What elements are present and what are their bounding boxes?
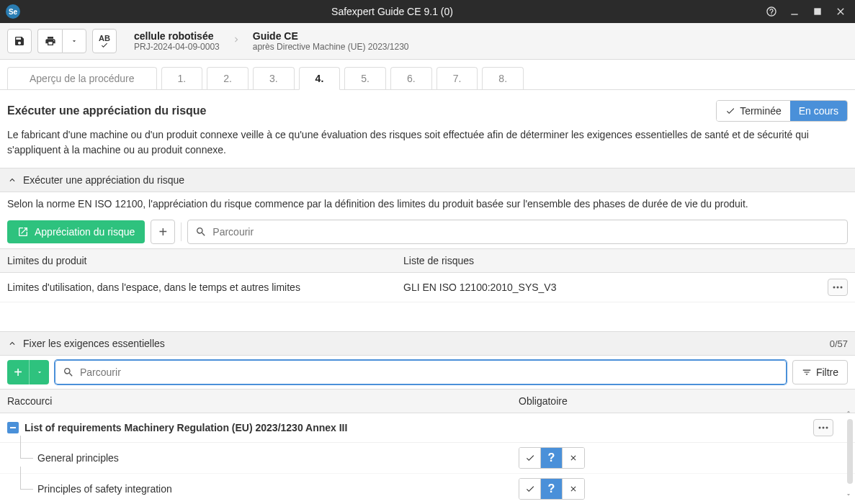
scrollbar-thumb[interactable] <box>847 419 853 484</box>
more-horizontal-icon <box>833 286 843 289</box>
chevron-right-icon <box>231 35 241 48</box>
add-requirement-dropdown[interactable] <box>29 360 49 384</box>
mandatory-no-button[interactable] <box>563 479 584 499</box>
breadcrumb-project[interactable]: cellule robotisée PRJ-2024-04-09-0003 <box>134 30 220 52</box>
svg-rect-1 <box>814 8 820 14</box>
panel-requirements-header[interactable]: Fixer les exigences essentielles 0/57 <box>0 331 855 356</box>
mandatory-toggle: ? <box>519 478 585 500</box>
requirement-label: General principles <box>37 452 519 464</box>
external-link-icon <box>17 226 29 238</box>
risk-assessment-label: Appréciation du risque <box>35 226 135 238</box>
cell-risklist: GLI EN ISO 12100:2010_SYS_V3 <box>403 282 805 293</box>
mandatory-toggle: ? <box>519 447 585 469</box>
filter-button[interactable]: Filtre <box>792 360 848 384</box>
step-title: Exécuter une appréciation du risque <box>7 104 207 117</box>
spellcheck-button[interactable]: AB <box>92 29 117 53</box>
print-dropdown[interactable] <box>62 29 86 53</box>
status-in-progress-button[interactable]: En cours <box>790 101 847 121</box>
risk-toolbar: Appréciation du risque + <box>0 215 855 248</box>
titlebar: Se Safexpert Guide CE 9.1 (0) <box>0 0 855 23</box>
mandatory-yes-button[interactable] <box>519 448 541 468</box>
check-icon <box>525 484 535 494</box>
requirements-search[interactable] <box>55 360 787 384</box>
breadcrumb-guide-sub: après Directive Machine (UE) 2023/1230 <box>253 42 409 52</box>
collapse-icon[interactable] <box>7 422 19 433</box>
close-icon[interactable] <box>832 3 849 20</box>
risk-table-row[interactable]: Limites d'utilisation, dans l'espace, da… <box>0 273 855 302</box>
ab-label: AB <box>99 35 110 42</box>
mandatory-no-button[interactable] <box>563 448 584 468</box>
breadcrumb: cellule robotisée PRJ-2024-04-09-0003 Gu… <box>134 30 409 52</box>
svg-point-4 <box>841 287 843 289</box>
risk-search-input[interactable] <box>212 226 840 238</box>
breadcrumb-project-title: cellule robotisée <box>134 30 220 42</box>
separator <box>181 222 182 241</box>
svg-point-3 <box>837 287 839 289</box>
add-requirement-button[interactable]: + <box>7 360 29 384</box>
tab-5[interactable]: 5. <box>344 67 386 89</box>
risk-assessment-button[interactable]: Appréciation du risque <box>7 220 145 243</box>
save-button[interactable] <box>7 29 32 53</box>
step-tabs: Aperçu de la procédure 1. 2. 3. 4. 5. 6.… <box>0 60 855 90</box>
col-mandatory-header[interactable]: Obligatoire <box>519 395 771 407</box>
add-risk-button[interactable]: + <box>151 220 175 244</box>
check-icon <box>525 453 535 463</box>
print-button[interactable] <box>37 29 62 53</box>
breadcrumb-guide[interactable]: Guide CE après Directive Machine (UE) 20… <box>253 30 409 52</box>
tab-4[interactable]: 4. <box>299 67 341 90</box>
row-actions-button[interactable] <box>828 279 848 296</box>
tab-8[interactable]: 8. <box>482 67 524 89</box>
mandatory-unknown-button[interactable]: ? <box>541 448 563 468</box>
requirements-group-row[interactable]: List of requirements Machinery Regulatio… <box>0 413 855 443</box>
panel-risk-header[interactable]: Exécuter une appréciation du risque <box>0 168 855 192</box>
tab-2[interactable]: 2. <box>207 67 249 89</box>
status-completed-label: Terminée <box>740 105 782 117</box>
step-description: Le fabricant d'une machine ou d'un produ… <box>0 127 855 168</box>
requirements-toolbar: + Filtre <box>0 356 855 389</box>
search-icon <box>63 366 74 378</box>
col-risklist-header[interactable]: Liste de risques <box>403 255 805 266</box>
svg-point-6 <box>819 427 821 429</box>
cell-limits: Limites d'utilisation, dans l'espace, da… <box>7 282 403 293</box>
help-icon[interactable] <box>763 3 780 20</box>
group-actions-button[interactable] <box>813 419 833 436</box>
x-icon <box>569 485 578 493</box>
tab-3[interactable]: 3. <box>253 67 295 89</box>
search-icon <box>195 226 207 238</box>
panel-risk-title: Exécuter une appréciation du risque <box>23 174 184 186</box>
tab-6[interactable]: 6. <box>390 67 432 89</box>
print-group <box>37 29 86 53</box>
risk-search[interactable] <box>187 220 848 244</box>
scroll-up-icon[interactable] <box>842 405 855 418</box>
step-header: Exécuter une appréciation du risque Term… <box>0 90 855 127</box>
svg-rect-5 <box>10 427 16 428</box>
tab-7[interactable]: 7. <box>437 67 478 89</box>
requirements-search-input[interactable] <box>80 366 779 378</box>
maximize-icon[interactable] <box>809 3 826 20</box>
col-limits-header[interactable]: Limites du produit <box>7 255 403 266</box>
col-shortcut-header[interactable]: Raccourci <box>7 395 519 407</box>
group-title: List of requirements Machinery Regulatio… <box>24 422 813 433</box>
filter-icon <box>802 367 812 377</box>
risk-table-header: Limites du produit Liste de risques <box>0 248 855 273</box>
window-title: Safexpert Guide CE 9.1 (0) <box>27 6 757 17</box>
app-icon: Se <box>6 4 20 19</box>
requirement-row[interactable]: Principles of safety integration ? <box>0 474 855 504</box>
mandatory-unknown-button[interactable]: ? <box>541 479 563 499</box>
status-completed-button[interactable]: Terminée <box>717 101 790 121</box>
scroll-down-icon[interactable] <box>842 488 855 501</box>
requirements-table-header: Raccourci Obligatoire <box>0 389 855 413</box>
requirement-label: Principles of safety integration <box>37 483 519 495</box>
x-icon <box>569 454 578 462</box>
mandatory-yes-button[interactable] <box>519 479 541 499</box>
breadcrumb-project-sub: PRJ-2024-04-09-0003 <box>134 42 220 52</box>
chevron-up-icon <box>7 338 17 348</box>
minimize-icon[interactable] <box>786 3 803 20</box>
tab-1[interactable]: 1. <box>161 67 203 89</box>
svg-rect-0 <box>791 14 797 14</box>
requirement-row[interactable]: General principles ? <box>0 443 855 474</box>
svg-point-8 <box>826 427 828 429</box>
tab-overview[interactable]: Aperçu de la procédure <box>7 67 157 89</box>
svg-point-2 <box>833 287 836 289</box>
panel-requirements-title: Fixer les exigences essentielles <box>23 338 165 349</box>
